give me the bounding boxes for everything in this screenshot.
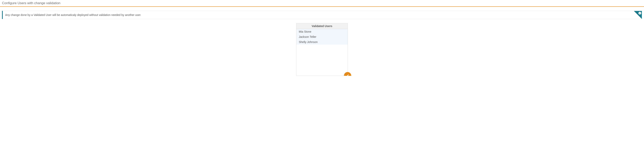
list-item[interactable]: Jackson Teller: [296, 34, 348, 39]
info-text: Any change done by a Validated User will…: [5, 13, 141, 17]
validated-users-panel: Validated Users Mia Stone Jackson Teller…: [296, 23, 348, 76]
info-banner: Any change done by a Validated User will…: [2, 11, 642, 19]
panel-container: Validated Users Mia Stone Jackson Teller…: [0, 23, 644, 76]
info-icon: i: [638, 12, 641, 15]
panel-body: Mia Stone Jackson Teller Shelly Johnson: [296, 29, 348, 45]
info-corner: i: [634, 11, 642, 19]
panel-empty-area: [296, 45, 348, 76]
list-item[interactable]: Mia Stone: [296, 29, 348, 34]
list-item[interactable]: Shelly Johnson: [296, 39, 348, 45]
panel-header: Validated Users: [296, 23, 348, 29]
page-title: Configure Users with change validation: [0, 0, 644, 7]
pencil-icon: [346, 74, 349, 76]
